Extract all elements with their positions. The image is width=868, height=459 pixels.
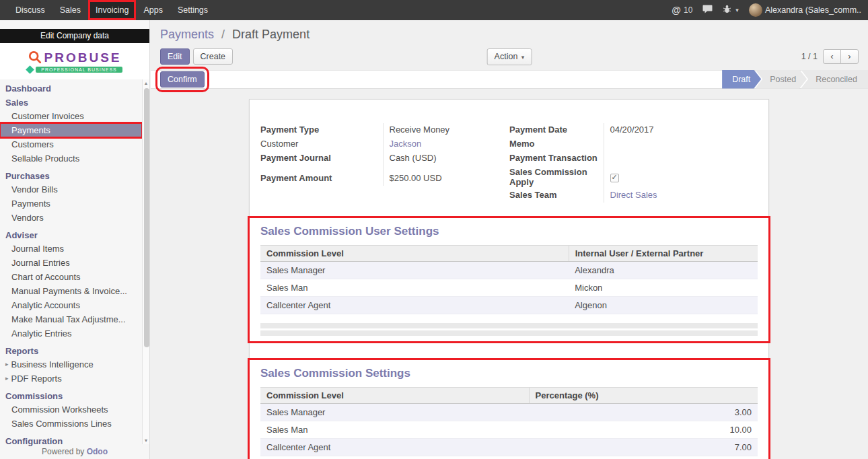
sidebar-section-sales[interactable]: Sales xyxy=(0,95,142,109)
user-settings-table: Commission Level Internal User / Externa… xyxy=(260,245,758,314)
user-settings-title: Sales Commission User Settings xyxy=(260,225,758,238)
sidebar-section-dashboard[interactable]: Dashboard xyxy=(0,81,142,95)
debug-menu-button[interactable]: ▾ xyxy=(723,5,739,15)
cell-level: Sales Manager xyxy=(260,262,569,279)
sidebar-section-configuration[interactable]: Configuration xyxy=(0,433,142,448)
company-logo[interactable]: PROBUSE PROFESSIONAL BUSINESS xyxy=(0,43,149,79)
caret-down-icon: ▾ xyxy=(735,7,739,13)
field-customer: Customer Jackson xyxy=(260,137,509,151)
table-header-row: Commission Level Percentage (%) xyxy=(260,388,758,404)
table-row[interactable]: Sales Man 10.00 xyxy=(260,421,758,439)
user-menu[interactable]: Alexandra (Sales_comm.. xyxy=(749,3,861,17)
sidebar-item-analytic-accounts[interactable]: Analytic Accounts xyxy=(0,298,142,312)
main-content: Payments / Draft Payment Edit Create Act… xyxy=(151,20,868,459)
messages-button[interactable] xyxy=(702,5,713,15)
sidebar-item-journal-entries[interactable]: Journal Entries xyxy=(0,256,142,270)
sidebar-item-pdf-reports[interactable]: ▸ PDF Reports xyxy=(0,372,142,386)
memo-label: Memo xyxy=(509,137,604,151)
sidebar-section-adviser[interactable]: Adviser xyxy=(0,227,142,242)
sidebar-scrollbar[interactable]: ▲ ▼ xyxy=(142,79,149,444)
menu-discuss[interactable]: Discuss xyxy=(8,0,52,20)
confirm-button[interactable]: Confirm xyxy=(160,71,205,87)
pager-previous-button[interactable]: ‹ xyxy=(823,49,841,64)
payment-journal-value: Cash (USD) xyxy=(383,151,509,166)
powered-by-text: Powered by xyxy=(42,447,84,456)
cell-level: Callcenter Agent xyxy=(260,297,569,314)
menu-invoicing[interactable]: Invoicing xyxy=(88,0,136,20)
field-sales-team: Sales Team Direct Sales xyxy=(509,188,758,203)
chevron-left-icon: ‹ xyxy=(830,51,833,61)
form-left-column: Payment Type Receive Money Customer Jack… xyxy=(260,123,509,203)
payment-type-value: Receive Money xyxy=(383,123,509,137)
sidebar-item-sellable-products[interactable]: Sellable Products xyxy=(0,151,142,166)
logo-subtitle-row: PROFESSIONAL BUSINESS xyxy=(27,67,122,73)
sales-team-link[interactable]: Direct Sales xyxy=(610,190,657,200)
memo-value xyxy=(604,137,758,151)
payment-type-label: Payment Type xyxy=(260,123,383,137)
logo-row: PROBUSE xyxy=(28,50,122,66)
menu-sales[interactable]: Sales xyxy=(52,0,88,20)
field-payment-type: Payment Type Receive Money xyxy=(260,123,509,137)
user-settings-annotation-box: Sales Commission User Settings Commissio… xyxy=(248,216,770,343)
debug-bug-icon xyxy=(723,5,731,15)
column-commission-level[interactable]: Commission Level xyxy=(260,388,529,404)
cell-level: Sales Manager xyxy=(260,404,529,421)
sidebar-item-customers[interactable]: Customers xyxy=(0,137,142,151)
create-button[interactable]: Create xyxy=(193,48,233,65)
commission-settings-title: Sales Commission Settings xyxy=(260,367,758,380)
sidebar-item-label: Business Intelligence xyxy=(11,359,94,369)
sidebar-item-manual-payments-invoice[interactable]: Manual Payments & Invoice... xyxy=(0,284,142,298)
sidebar-item-journal-items[interactable]: Journal Items xyxy=(0,242,142,256)
sidebar-item-business-intelligence[interactable]: ▸ Business Intelligence xyxy=(0,357,142,372)
cell-level: Callcenter Agent xyxy=(260,439,529,456)
payment-journal-label: Payment Journal xyxy=(260,151,383,166)
breadcrumb-payments-link[interactable]: Payments xyxy=(160,28,214,41)
pager-next-button[interactable]: › xyxy=(840,49,859,64)
left-sidebar: Edit Company data PROBUSE PROFESSIONAL B… xyxy=(0,20,150,459)
scroll-up-icon[interactable]: ▲ xyxy=(143,79,149,87)
table-row[interactable]: Sales Manager 3.00 xyxy=(260,404,758,421)
sidebar-section-purchases[interactable]: Purchases xyxy=(0,168,142,182)
edit-button[interactable]: Edit xyxy=(160,48,190,65)
action-dropdown-button[interactable]: Action ▾ xyxy=(487,48,532,65)
sidebar-item-customer-invoices[interactable]: Customer Invoices xyxy=(0,109,142,123)
sidebar-item-purchase-payments[interactable]: Payments xyxy=(0,197,142,211)
odoo-brand-link[interactable]: Odoo xyxy=(87,447,108,456)
status-step-reconciled[interactable]: Reconciled xyxy=(801,70,868,89)
column-percentage[interactable]: Percentage (%) xyxy=(529,388,758,404)
table-row[interactable]: Callcenter Agent 7.00 xyxy=(260,439,758,456)
diamond-logo-icon xyxy=(26,65,34,74)
sales-commission-apply-checkbox[interactable] xyxy=(610,174,619,182)
scroll-down-icon[interactable]: ▼ xyxy=(143,437,149,444)
sidebar-item-chart-of-accounts[interactable]: Chart of Accounts xyxy=(0,270,142,284)
menu-settings[interactable]: Settings xyxy=(170,0,215,20)
cell-user: Mickon xyxy=(569,279,758,297)
menu-apps[interactable]: Apps xyxy=(136,0,170,20)
cell-level: Sales Man xyxy=(260,279,569,297)
sidebar-item-payments[interactable]: Payments xyxy=(0,123,142,137)
column-internal-user[interactable]: Internal User / External Partner xyxy=(569,246,758,262)
sidebar-item-vendors[interactable]: Vendors xyxy=(0,211,142,225)
sidebar-section-commissions[interactable]: Commissions xyxy=(0,388,142,402)
secondary-menu: Dashboard Sales Customer Invoices Paymen… xyxy=(0,79,142,448)
table-row[interactable]: Callcenter Agent Algenon xyxy=(260,297,758,314)
status-step-draft[interactable]: Draft xyxy=(722,70,761,89)
sidebar-item-commission-worksheets[interactable]: Commission Worksheets xyxy=(0,402,142,417)
edit-company-data-button[interactable]: Edit Company data xyxy=(0,29,149,43)
topbar-right-tools: @ 10 ▾ Alexandra (Sales_comm.. xyxy=(672,0,868,20)
sidebar-item-sales-commissions-lines[interactable]: Sales Commissions Lines xyxy=(0,417,142,431)
mentions-indicator[interactable]: @ 10 xyxy=(672,5,692,15)
sidebar-item-make-manual-tax-adjustment[interactable]: Make Manual Tax Adjustme... xyxy=(0,312,142,326)
field-payment-journal: Payment Journal Cash (USD) xyxy=(260,151,509,166)
scrollbar-thumb[interactable] xyxy=(144,88,149,347)
table-row[interactable]: Sales Manager Alexandra xyxy=(260,262,758,279)
column-commission-level[interactable]: Commission Level xyxy=(260,246,569,262)
pager: 1 / 1 ‹ › xyxy=(801,49,859,64)
sidebar-section-reports[interactable]: Reports xyxy=(0,343,142,357)
sidebar-item-analytic-entries[interactable]: Analytic Entries xyxy=(0,326,142,341)
chat-bubble-icon xyxy=(702,5,713,15)
customer-link[interactable]: Jackson xyxy=(390,139,422,149)
status-step-posted[interactable]: Posted xyxy=(755,70,807,89)
table-row[interactable]: Sales Man Mickon xyxy=(260,279,758,297)
sidebar-item-vendor-bills[interactable]: Vendor Bills xyxy=(0,182,142,197)
